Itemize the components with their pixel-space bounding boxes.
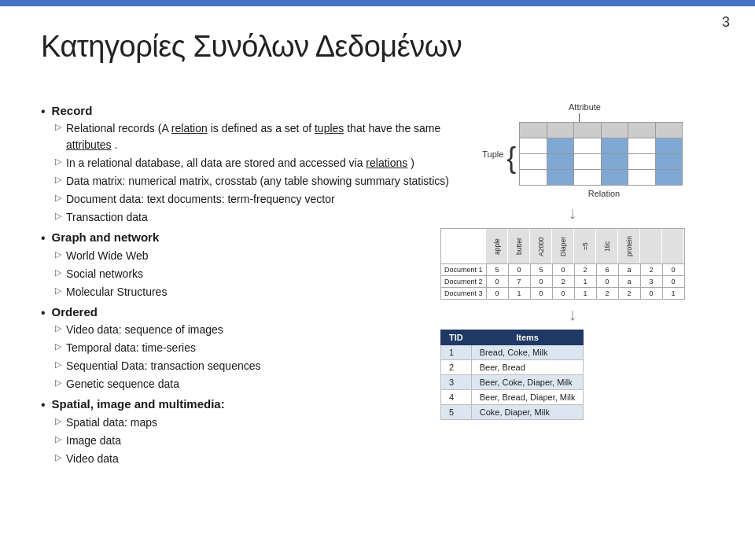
table-row: Document 2 0 7 0 2 1 0 a 3 0 bbox=[441, 276, 685, 288]
doc-row-1-v5: 0 bbox=[596, 276, 618, 288]
doc-row-0-v7: 2 bbox=[640, 264, 662, 276]
transaction-table: TID Items 1 Bread, Coke, Milk 2 Beer, Br… bbox=[440, 330, 584, 420]
list-item-record: • Record ▷ Relational records (A relatio… bbox=[41, 102, 481, 226]
sub-item-database: ▷ In a relational database, all data are… bbox=[55, 155, 481, 171]
col-header-4: =5 bbox=[574, 229, 596, 264]
doc-row-2-v5: 2 bbox=[596, 288, 618, 300]
database-text: In a relational database, all data are s… bbox=[66, 155, 414, 171]
bullet-dot-ordered: • bbox=[41, 304, 46, 322]
molecular-text: Molecular Structures bbox=[66, 284, 167, 300]
video-data-text: Video data: sequence of images bbox=[66, 322, 223, 338]
doc-row-2-label: Document 3 bbox=[441, 288, 487, 300]
trans-row-1-items: Beer, Bread bbox=[471, 360, 584, 375]
trans-row-0-items: Bread, Coke, Milk bbox=[471, 345, 584, 360]
relation-link[interactable]: relation bbox=[171, 122, 208, 134]
trans-row-4-tid: 5 bbox=[441, 405, 472, 420]
sub-item-document: ▷ Document data: text documents: term-fr… bbox=[55, 191, 481, 208]
col-header-7 bbox=[640, 229, 662, 264]
slide-title: Κατηγορίες Συνόλων Δεδομένων bbox=[41, 30, 462, 64]
tuple-brace: { bbox=[506, 144, 516, 172]
www-text: World Wide Web bbox=[66, 248, 149, 264]
video-text: Video data bbox=[66, 451, 119, 467]
tri-icon-8: ▷ bbox=[55, 322, 61, 336]
sub-item-www: ▷ World Wide Web bbox=[55, 248, 481, 264]
tri-icon-14: ▷ bbox=[55, 451, 61, 465]
sub-item-temporal: ▷ Temporal data: time-series bbox=[55, 340, 481, 356]
tri-icon-0: ▷ bbox=[55, 120, 61, 134]
bullet-dot-spatial: • bbox=[41, 396, 46, 414]
doc-row-2-v0: 0 bbox=[486, 288, 508, 300]
tri-icon-5: ▷ bbox=[55, 248, 61, 262]
graph-sublist: ▷ World Wide Web ▷ Social networks ▷ Mol… bbox=[41, 248, 481, 300]
doc-row-0-v0: 5 bbox=[486, 264, 508, 276]
trans-header-tid: TID bbox=[441, 330, 472, 345]
col-header-8 bbox=[662, 229, 684, 264]
doc-row-0-label: Document 1 bbox=[441, 264, 487, 276]
doc-row-2-v1: 1 bbox=[508, 288, 530, 300]
attribute-label: Attribute bbox=[569, 102, 601, 112]
record-sublist: ▷ Relational records (A relation is defi… bbox=[41, 120, 481, 226]
sequential-text: Sequential Data: transaction sequences bbox=[66, 358, 261, 374]
relations-link[interactable]: relations bbox=[366, 157, 407, 169]
tri-icon-11: ▷ bbox=[55, 376, 61, 390]
doc-term-table: apple butter A2000 Diaper =5 1tic protei… bbox=[440, 228, 685, 300]
doc-row-0-v1: 0 bbox=[508, 264, 530, 276]
sub-item-transaction: ▷ Transaction data bbox=[55, 209, 481, 226]
genetic-text: Genetic sequence data bbox=[66, 376, 179, 392]
list-item-ordered: • Ordered ▷ Video data: sequence of imag… bbox=[41, 304, 481, 392]
right-column: Attribute Tuple { bbox=[431, 102, 714, 420]
table-row: Document 3 0 1 0 0 1 2 2 0 1 bbox=[441, 288, 685, 300]
tri-icon-6: ▷ bbox=[55, 266, 61, 280]
doc-row-2-v7: 0 bbox=[640, 288, 662, 300]
doc-row-1-v4: 1 bbox=[574, 276, 596, 288]
doc-row-0-v6: a bbox=[618, 264, 640, 276]
ordered-sublist: ▷ Video data: sequence of images ▷ Tempo… bbox=[41, 322, 481, 392]
sub-item-video-data: ▷ Video data: sequence of images bbox=[55, 322, 481, 338]
ordered-label: Ordered bbox=[52, 304, 98, 321]
tri-icon-3: ▷ bbox=[55, 191, 61, 205]
sub-item-sequential: ▷ Sequential Data: transaction sequences bbox=[55, 358, 481, 374]
social-text: Social networks bbox=[66, 266, 143, 282]
doc-row-0-v3: 0 bbox=[552, 264, 574, 276]
table-row: 4 Beer, Bread, Diaper, Milk bbox=[441, 390, 584, 405]
tri-icon-2: ▷ bbox=[55, 173, 61, 187]
bullet-dot-graph: • bbox=[41, 230, 46, 247]
table-row: 2 Beer, Bread bbox=[441, 360, 584, 375]
table-row: Document 1 5 0 5 0 2 6 a 2 0 bbox=[441, 264, 685, 276]
relation-label: Relation bbox=[517, 189, 691, 198]
tri-icon-13: ▷ bbox=[55, 433, 61, 447]
doc-row-2-v3: 0 bbox=[552, 288, 574, 300]
doc-row-2-v2: 0 bbox=[530, 288, 552, 300]
tuples-link[interactable]: tuples bbox=[315, 122, 344, 134]
main-list: • Record ▷ Relational records (A relatio… bbox=[41, 102, 481, 467]
trans-row-2-tid: 3 bbox=[441, 375, 472, 390]
attributes-link[interactable]: attributes bbox=[66, 138, 112, 151]
table-row: 1 Bread, Coke, Milk bbox=[441, 345, 584, 360]
doc-row-2-v8: 1 bbox=[662, 288, 684, 300]
image-text: Image data bbox=[66, 433, 121, 449]
page-number: 3 bbox=[722, 14, 730, 31]
graph-label: Graph and network bbox=[52, 229, 160, 246]
tri-icon-7: ▷ bbox=[55, 284, 61, 298]
col-header-3: Diaper bbox=[552, 229, 574, 264]
temporal-text: Temporal data: time-series bbox=[66, 340, 196, 356]
left-column: • Record ▷ Relational records (A relatio… bbox=[41, 102, 481, 470]
tri-icon-1: ▷ bbox=[55, 155, 61, 169]
list-item-spatial: • Spatial, image and multimedia: ▷ Spati… bbox=[41, 396, 481, 466]
transaction-text: Transaction data bbox=[66, 209, 148, 226]
sub-item-social: ▷ Social networks bbox=[55, 266, 481, 282]
doc-row-0-v5: 6 bbox=[596, 264, 618, 276]
tri-icon-10: ▷ bbox=[55, 358, 61, 372]
spatial-sublist: ▷ Spatial data: maps ▷ Image data ▷ Vide… bbox=[41, 414, 481, 467]
tri-icon-12: ▷ bbox=[55, 414, 61, 429]
doc-row-2-v6: 2 bbox=[618, 288, 640, 300]
col-header-0: apple bbox=[486, 229, 508, 264]
top-bar bbox=[0, 0, 755, 6]
trans-row-4-items: Coke, Diaper, Milk bbox=[471, 405, 584, 420]
trans-row-2-items: Beer, Coke, Diaper, Milk bbox=[471, 375, 584, 390]
sub-item-relational: ▷ Relational records (A relation is defi… bbox=[55, 120, 481, 153]
sub-item-data-matrix: ▷ Data matrix: numerical matrix, crossta… bbox=[55, 173, 481, 190]
doc-row-1-v0: 0 bbox=[486, 276, 508, 288]
tri-icon-4: ▷ bbox=[55, 209, 61, 223]
doc-row-1-v7: 3 bbox=[640, 276, 662, 288]
